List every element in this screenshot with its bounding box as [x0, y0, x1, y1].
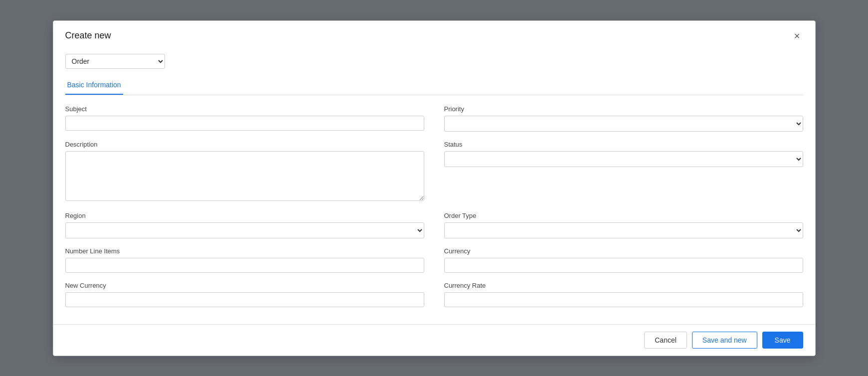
modal-header: Create new × [53, 21, 815, 49]
region-group: Region [65, 212, 424, 238]
number-line-items-input[interactable] [65, 258, 424, 273]
currency-label: Currency [444, 247, 803, 255]
description-group: Description [65, 141, 424, 203]
modal-footer: Cancel Save and new Save [53, 324, 815, 356]
new-currency-input[interactable] [65, 292, 424, 307]
description-textarea[interactable] [65, 151, 424, 201]
modal-body: Order Quote Invoice Basic Information Su… [53, 49, 815, 324]
form-grid: Subject Priority High Medium Low Descrip… [65, 105, 803, 316]
type-select[interactable]: Order Quote Invoice [65, 54, 165, 69]
currency-rate-label: Currency Rate [444, 282, 803, 289]
new-currency-group: New Currency [65, 282, 424, 307]
priority-group: Priority High Medium Low [444, 105, 803, 132]
priority-select[interactable]: High Medium Low [444, 116, 803, 132]
order-type-label: Order Type [444, 212, 803, 219]
order-type-group: Order Type [444, 212, 803, 238]
status-group: Status Open Closed [444, 141, 803, 203]
priority-label: Priority [444, 105, 803, 113]
number-line-items-label: Number Line Items [65, 247, 424, 255]
new-currency-label: New Currency [65, 282, 424, 289]
save-and-new-button[interactable]: Save and new [692, 332, 757, 349]
save-button[interactable]: Save [762, 332, 803, 349]
subject-label: Subject [65, 105, 424, 113]
currency-rate-input[interactable] [444, 292, 803, 307]
tabs-container: Basic Information [65, 77, 803, 95]
number-line-items-group: Number Line Items [65, 247, 424, 273]
modal-overlay: Create new × Order Quote Invoice Basic I… [0, 0, 868, 376]
modal-title: Create new [65, 30, 111, 41]
region-select[interactable] [65, 222, 424, 238]
close-button[interactable]: × [791, 30, 803, 42]
currency-rate-group: Currency Rate [444, 282, 803, 307]
modal-dialog: Create new × Order Quote Invoice Basic I… [53, 20, 816, 356]
tab-basic-information[interactable]: Basic Information [65, 77, 123, 95]
currency-group: Currency [444, 247, 803, 273]
status-label: Status [444, 141, 803, 148]
order-type-select[interactable] [444, 222, 803, 238]
cancel-button[interactable]: Cancel [644, 332, 687, 349]
type-dropdown-row: Order Quote Invoice [65, 49, 803, 77]
description-label: Description [65, 141, 424, 148]
status-select[interactable]: Open Closed [444, 151, 803, 167]
currency-input[interactable] [444, 258, 803, 273]
subject-group: Subject [65, 105, 424, 132]
subject-input[interactable] [65, 116, 424, 131]
region-label: Region [65, 212, 424, 219]
